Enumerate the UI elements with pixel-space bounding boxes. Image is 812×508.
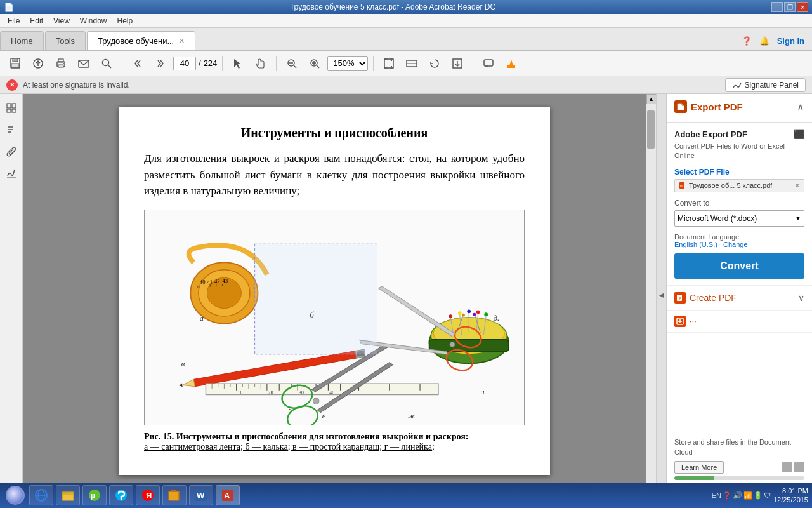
tray-network: 🔊 bbox=[733, 491, 742, 500]
export-pdf-section: Export PDF ∧ bbox=[667, 94, 812, 123]
svg-point-56 bbox=[467, 309, 471, 313]
help-button[interactable]: ❓ bbox=[742, 36, 752, 46]
svg-text:в: в bbox=[181, 359, 185, 368]
export-collapse-button[interactable]: ∧ bbox=[797, 101, 804, 113]
pdf-content[interactable]: Инструменты и приспособления Для изготов… bbox=[23, 94, 646, 495]
svg-line-18 bbox=[317, 65, 319, 68]
create-pdf-label: Create PDF bbox=[690, 293, 737, 303]
next-page-button[interactable] bbox=[150, 53, 171, 74]
menu-window[interactable]: Window bbox=[75, 15, 112, 27]
zoom-in-button[interactable] bbox=[304, 53, 325, 74]
upload-button[interactable] bbox=[28, 53, 48, 74]
menu-edit[interactable]: Edit bbox=[25, 15, 48, 27]
save-button[interactable] bbox=[5, 53, 25, 74]
menu-view[interactable]: View bbox=[48, 15, 75, 27]
system-clock[interactable]: 8:01 PM 12/25/2015 bbox=[773, 486, 808, 505]
taskbar-ie[interactable] bbox=[29, 485, 53, 505]
tab-tools[interactable]: Tools bbox=[45, 31, 86, 50]
prev-page-button[interactable] bbox=[128, 53, 148, 74]
tab-close-button[interactable]: ✕ bbox=[179, 37, 185, 45]
pdf-caption-italic: а — сантиметровая лента; б — калька; в —… bbox=[144, 442, 435, 451]
menu-file[interactable]: File bbox=[3, 15, 25, 27]
print-button[interactable] bbox=[51, 53, 71, 74]
tab-document[interactable]: Трудовое обучени... ✕ bbox=[87, 31, 195, 50]
create-pdf-icon bbox=[674, 292, 686, 304]
scroll-track[interactable] bbox=[646, 104, 656, 485]
svg-rect-65 bbox=[429, 339, 509, 351]
download-button[interactable] bbox=[447, 53, 468, 74]
learn-more-button[interactable]: Learn More bbox=[674, 461, 724, 474]
doc-lang-value[interactable]: English (U.S.) bbox=[674, 241, 717, 248]
select-tool-button[interactable] bbox=[228, 53, 248, 74]
email-button[interactable] bbox=[74, 53, 94, 74]
panel-toggle-button[interactable]: ◀ bbox=[656, 94, 666, 495]
svg-text:20: 20 bbox=[268, 389, 273, 395]
close-button[interactable]: ✕ bbox=[797, 2, 808, 12]
convert-button[interactable]: Convert bbox=[674, 253, 804, 279]
zoom-select[interactable]: 150% 100% 75% 200% bbox=[327, 56, 368, 71]
tray-btn-2[interactable] bbox=[794, 462, 804, 472]
svg-rect-27 bbox=[12, 104, 16, 108]
tab-home[interactable]: Home bbox=[0, 31, 44, 50]
create-expand-button[interactable]: ∨ bbox=[798, 293, 804, 303]
tray-volume: 📶 bbox=[743, 491, 752, 500]
clock-date: 12/25/2015 bbox=[773, 495, 808, 504]
fit-page-button[interactable] bbox=[379, 53, 399, 74]
scroll-thumb[interactable] bbox=[647, 110, 655, 149]
toolbar-separator-5 bbox=[473, 56, 473, 71]
svg-text:г: г bbox=[289, 402, 292, 411]
search-button[interactable] bbox=[96, 53, 117, 74]
page-tool-button[interactable] bbox=[3, 99, 20, 117]
notifications-button[interactable]: 🔔 bbox=[759, 36, 769, 46]
taskbar-explorer[interactable] bbox=[56, 485, 80, 505]
signature-tool-button[interactable] bbox=[3, 164, 20, 182]
convert-to-label: Convert to bbox=[674, 199, 804, 208]
sign-in-button[interactable]: Sign In bbox=[777, 36, 804, 46]
taskbar-yandex[interactable]: Я bbox=[136, 485, 160, 505]
svg-text:43: 43 bbox=[222, 277, 228, 284]
taskbar-word[interactable]: W bbox=[189, 485, 213, 505]
svg-line-14 bbox=[294, 65, 296, 68]
learn-more-area: Learn More bbox=[674, 461, 804, 474]
pdf-illustration: 40 41 42 43 bbox=[144, 210, 525, 425]
signature-warning-icon: ✕ bbox=[6, 79, 18, 91]
pdf-caption-bold: Рис. 15. Инструменты и приспособления дл… bbox=[144, 432, 468, 441]
select-pdf-label: Select PDF File bbox=[674, 168, 804, 177]
taskbar-utorrent[interactable]: µ bbox=[82, 485, 107, 505]
attachment-tool-button[interactable] bbox=[3, 142, 20, 160]
start-orb bbox=[6, 486, 25, 505]
taskbar-acrobat[interactable]: A bbox=[216, 485, 240, 505]
rotate-button[interactable] bbox=[424, 53, 445, 74]
tray-btn-1[interactable] bbox=[782, 462, 792, 472]
start-button[interactable] bbox=[4, 484, 27, 507]
svg-rect-26 bbox=[7, 104, 11, 108]
progress-fill bbox=[674, 476, 714, 480]
svg-text:а: а bbox=[200, 313, 204, 322]
doc-lang-change-button[interactable]: Change bbox=[723, 241, 748, 248]
file-tag-remove-button[interactable]: ✕ bbox=[794, 182, 800, 190]
page-number-input[interactable] bbox=[173, 57, 196, 70]
taskbar-skype[interactable] bbox=[109, 485, 133, 505]
minimize-button[interactable]: – bbox=[771, 2, 783, 12]
svg-text:30: 30 bbox=[299, 389, 304, 395]
comment-button[interactable] bbox=[478, 53, 499, 74]
toolbar-separator-1 bbox=[122, 56, 122, 71]
convert-option-label: Microsoft Word (*.docx) bbox=[678, 214, 757, 223]
file-tag[interactable]: PDF Трудовое об... 5 класс.pdf ✕ bbox=[674, 179, 804, 192]
highlight-button[interactable] bbox=[501, 53, 521, 74]
restore-button[interactable]: ❐ bbox=[784, 2, 796, 12]
scroll-up-button[interactable]: ▲ bbox=[646, 94, 657, 104]
convert-to-select[interactable]: Microsoft Word (*.docx) ▼ bbox=[674, 210, 804, 227]
bookmark-tool-button[interactable] bbox=[3, 121, 20, 138]
svg-rect-28 bbox=[7, 109, 11, 112]
pdf-scrollbar[interactable]: ▲ ▼ bbox=[646, 94, 656, 495]
zoom-out-button[interactable] bbox=[282, 53, 302, 74]
taskbar-files[interactable] bbox=[162, 485, 187, 505]
toolbar-separator-4 bbox=[373, 56, 374, 71]
fit-width-button[interactable] bbox=[402, 53, 422, 74]
extra-section: ··· bbox=[667, 311, 812, 333]
hand-tool-button[interactable] bbox=[251, 53, 271, 74]
menu-help[interactable]: Help bbox=[112, 15, 138, 27]
signature-panel-button[interactable]: Signature Panel bbox=[725, 78, 806, 92]
export-pdf-icon bbox=[674, 100, 687, 113]
